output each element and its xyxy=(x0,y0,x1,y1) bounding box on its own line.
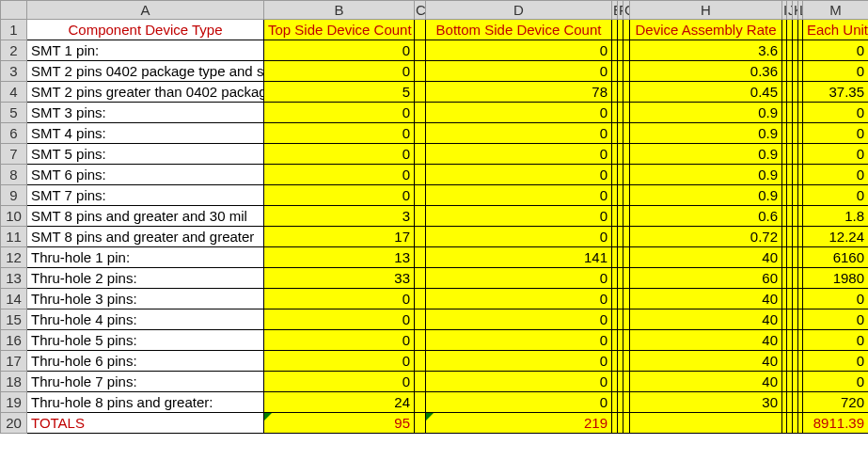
cell-M7[interactable]: 0 xyxy=(803,144,869,165)
cell-A6[interactable]: SMT 4 pins: xyxy=(27,123,264,144)
table-row[interactable]: 18Thru-hole 7 pins:00400 xyxy=(1,372,869,392)
col-header[interactable]: M xyxy=(803,1,869,20)
cell-M16[interactable]: 0 xyxy=(803,330,869,351)
cell-D13[interactable]: 0 xyxy=(426,268,612,289)
table-row[interactable]: 11SMT 8 pins and greater and greater1700… xyxy=(1,227,869,247)
cell-A7[interactable]: SMT 5 pins: xyxy=(27,144,264,165)
cell-G7[interactable] xyxy=(623,144,630,165)
cell-M19[interactable]: 720 xyxy=(803,392,869,413)
cell-A12[interactable]: Thru-hole 1 pin: xyxy=(27,247,264,268)
table-row[interactable]: 4SMT 2 pins greater than 0402 package578… xyxy=(1,82,869,103)
cell-A18[interactable]: Thru-hole 7 pins: xyxy=(27,372,264,392)
cell-H4[interactable]: 0.45 xyxy=(630,82,782,103)
cell-M4[interactable]: 37.35 xyxy=(803,82,869,103)
cell-D2[interactable]: 0 xyxy=(426,40,612,61)
table-row[interactable]: 5SMT 3 pins:000.90 xyxy=(1,103,869,123)
cell-D10[interactable]: 0 xyxy=(426,206,612,227)
cell-B19[interactable]: 24 xyxy=(264,392,415,413)
cell-G13[interactable] xyxy=(623,268,630,289)
cell-H18[interactable]: 40 xyxy=(630,372,782,392)
cell-H5[interactable]: 0.9 xyxy=(630,103,782,123)
cell-D20[interactable]: 219 xyxy=(426,413,612,434)
cell-B2[interactable]: 0 xyxy=(264,40,415,61)
cell-A4[interactable]: SMT 2 pins greater than 0402 package xyxy=(27,82,264,103)
cell-B20[interactable]: 95 xyxy=(264,413,415,434)
cell-D3[interactable]: 0 xyxy=(426,61,612,82)
cell-C8[interactable] xyxy=(415,165,426,185)
col-header[interactable]: H xyxy=(630,1,782,20)
cell-D14[interactable]: 0 xyxy=(426,289,612,309)
row-header[interactable]: 20 xyxy=(1,413,27,434)
col-header[interactable]: E xyxy=(612,1,618,20)
cell-D19[interactable]: 0 xyxy=(426,392,612,413)
cell-C13[interactable] xyxy=(415,268,426,289)
cell-M13[interactable]: 1980 xyxy=(803,268,869,289)
cell-A9[interactable]: SMT 7 pins: xyxy=(27,185,264,206)
cell-H16[interactable]: 40 xyxy=(630,330,782,351)
cell-B12[interactable]: 13 xyxy=(264,247,415,268)
cell-C20[interactable] xyxy=(415,413,426,434)
cell-G16[interactable] xyxy=(623,330,630,351)
cell-M9[interactable]: 0 xyxy=(803,185,869,206)
cell-G19[interactable] xyxy=(623,392,630,413)
cell-H10[interactable]: 0.6 xyxy=(630,206,782,227)
cell-A14[interactable]: Thru-hole 3 pins: xyxy=(27,289,264,309)
col-header[interactable]: F xyxy=(618,1,623,20)
cell-B11[interactable]: 17 xyxy=(264,227,415,247)
cell-H15[interactable]: 40 xyxy=(630,309,782,330)
cell-M8[interactable]: 0 xyxy=(803,165,869,185)
cell-H3[interactable]: 0.36 xyxy=(630,61,782,82)
cell-G17[interactable] xyxy=(623,351,630,372)
cell-M14[interactable]: 0 xyxy=(803,289,869,309)
row-header[interactable]: 12 xyxy=(1,247,27,268)
cell-C9[interactable] xyxy=(415,185,426,206)
cell-B6[interactable]: 0 xyxy=(264,123,415,144)
cell-G4[interactable] xyxy=(623,82,630,103)
cell-B8[interactable]: 0 xyxy=(264,165,415,185)
cell-A20[interactable]: TOTALS xyxy=(27,413,264,434)
cell-C16[interactable] xyxy=(415,330,426,351)
row-header[interactable]: 6 xyxy=(1,123,27,144)
cell-H12[interactable]: 40 xyxy=(630,247,782,268)
row-header[interactable]: 17 xyxy=(1,351,27,372)
cell-A17[interactable]: Thru-hole 6 pins: xyxy=(27,351,264,372)
cell-M18[interactable]: 0 xyxy=(803,372,869,392)
cell-G1[interactable] xyxy=(623,20,630,40)
cell-A13[interactable]: Thru-hole 2 pins: xyxy=(27,268,264,289)
cell-G5[interactable] xyxy=(623,103,630,123)
col-header[interactable]: B xyxy=(264,1,415,20)
cell-D12[interactable]: 141 xyxy=(426,247,612,268)
row-header[interactable]: 4 xyxy=(1,82,27,103)
cell-D11[interactable]: 0 xyxy=(426,227,612,247)
col-header[interactable]: C xyxy=(415,1,426,20)
table-row[interactable]: 3SMT 2 pins 0402 package type and smalle… xyxy=(1,61,869,82)
table-row[interactable]: 12Thru-hole 1 pin:13141406160 xyxy=(1,247,869,268)
cell-A10[interactable]: SMT 8 pins and greater and 30 mil xyxy=(27,206,264,227)
cell-G12[interactable] xyxy=(623,247,630,268)
row-header[interactable]: 11 xyxy=(1,227,27,247)
cell-M2[interactable]: 0 xyxy=(803,40,869,61)
cell-B5[interactable]: 0 xyxy=(264,103,415,123)
table-header-row[interactable]: 1 Component Device Type Top Side Device … xyxy=(1,20,869,40)
cell-A16[interactable]: Thru-hole 5 pins: xyxy=(27,330,264,351)
cell-D17[interactable]: 0 xyxy=(426,351,612,372)
row-header[interactable]: 10 xyxy=(1,206,27,227)
cell-C4[interactable] xyxy=(415,82,426,103)
row-header[interactable]: 3 xyxy=(1,61,27,82)
cell-H17[interactable]: 40 xyxy=(630,351,782,372)
cell-A11[interactable]: SMT 8 pins and greater and greater xyxy=(27,227,264,247)
cell-B9[interactable]: 0 xyxy=(264,185,415,206)
cell-C14[interactable] xyxy=(415,289,426,309)
cell-M11[interactable]: 12.24 xyxy=(803,227,869,247)
table-row[interactable]: 7SMT 5 pins:000.90 xyxy=(1,144,869,165)
cell-H6[interactable]: 0.9 xyxy=(630,123,782,144)
cell-G15[interactable] xyxy=(623,309,630,330)
cell-H20[interactable] xyxy=(630,413,782,434)
spreadsheet-grid[interactable]: A B C D E F G H I J K L M 1 Component De… xyxy=(0,0,868,434)
cell-C6[interactable] xyxy=(415,123,426,144)
cell-M6[interactable]: 0 xyxy=(803,123,869,144)
cell-A5[interactable]: SMT 3 pins: xyxy=(27,103,264,123)
cell-D4[interactable]: 78 xyxy=(426,82,612,103)
row-header[interactable]: 18 xyxy=(1,372,27,392)
cell-H8[interactable]: 0.9 xyxy=(630,165,782,185)
